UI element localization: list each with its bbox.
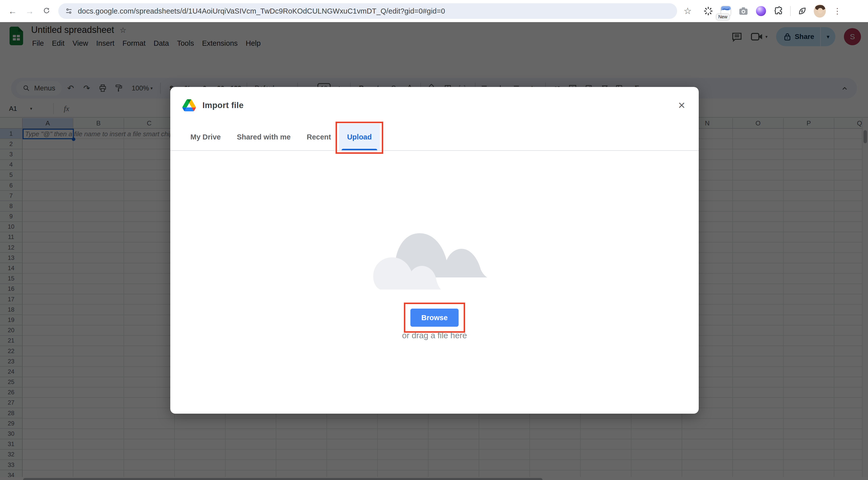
dialog-title: Import file	[203, 100, 244, 110]
drag-file-hint: or drag a file here	[402, 331, 467, 340]
camera-icon	[738, 6, 748, 16]
extension-purple-button[interactable]	[755, 5, 767, 17]
browser-back-button[interactable]: ←	[5, 3, 20, 19]
purple-orb-icon	[756, 6, 766, 16]
browse-button[interactable]: Browse	[410, 309, 459, 327]
bookmark-button[interactable]: ☆	[680, 3, 695, 19]
browser-chrome: ← → docs.google.com/spreadsheets/d/1U4Ao…	[0, 0, 868, 22]
address-bar[interactable]: docs.google.com/spreadsheets/d/1U4AoiUrq…	[58, 3, 677, 19]
chrome-separator	[790, 6, 790, 16]
browse-label: Browse	[422, 313, 448, 322]
starburst-icon	[703, 6, 713, 16]
dialog-tab-upload[interactable]: Upload	[339, 124, 380, 150]
dialog-tab-shared-with-me[interactable]: Shared with me	[229, 124, 299, 150]
extensions-menu-button[interactable]	[773, 5, 785, 17]
url-text[interactable]: docs.google.com/spreadsheets/d/1U4AoiUrq…	[78, 7, 445, 15]
annotation-upload-tab	[336, 122, 383, 154]
browser-extensions-area: New	[702, 5, 843, 17]
site-settings-icon[interactable]	[65, 7, 73, 15]
browser-profile-button[interactable]	[814, 5, 826, 17]
battery-saver-button[interactable]	[796, 5, 808, 17]
puzzle-icon	[774, 6, 783, 16]
leaf-icon	[798, 6, 807, 16]
extension-camera-button[interactable]	[737, 5, 749, 17]
google-drive-icon	[182, 99, 196, 111]
dialog-tab-my-drive[interactable]: My Drive	[182, 124, 229, 150]
import-file-dialog: Import file × My DriveShared with meRece…	[170, 87, 699, 414]
extension-starburst-button[interactable]	[702, 5, 714, 17]
profile-photo	[814, 4, 826, 18]
reload-icon	[43, 7, 51, 15]
browser-forward-button[interactable]: →	[22, 3, 37, 19]
screen: ← → docs.google.com/spreadsheets/d/1U4Ao…	[0, 0, 868, 480]
upload-panel: Browse or drag a file here	[170, 151, 699, 413]
dialog-tabs: My DriveShared with meRecentUpload	[170, 124, 699, 151]
extension-new-button[interactable]: New	[720, 5, 732, 17]
new-badge: New	[716, 14, 730, 20]
dialog-close-button[interactable]: ×	[675, 98, 689, 112]
dialog-tab-recent[interactable]: Recent	[299, 124, 339, 150]
browser-reload-button[interactable]	[39, 3, 54, 19]
browser-menu-button[interactable]: ⋮	[831, 5, 843, 17]
cloud-illustration	[370, 217, 499, 293]
